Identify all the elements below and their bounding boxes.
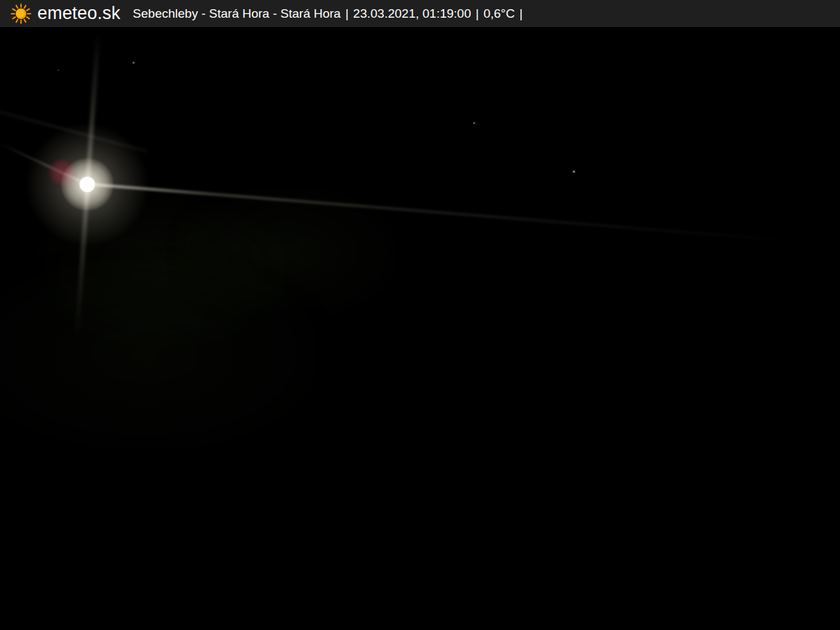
tree-silhouette-3 [0,262,315,446]
separator: | [519,7,522,21]
separator: | [476,7,479,21]
webcam-image [0,0,840,630]
temperature-label: 0,6°C [484,7,515,21]
sun-logo-icon [10,3,32,24]
location-label: Sebechleby - Stará Hora - Stará Hora [133,7,341,21]
station-info: Sebechleby - Stará Hora - Stará Hora | 2… [133,7,522,21]
star-1 [133,62,135,64]
moon-light [79,177,95,192]
star-2 [58,70,59,71]
star-4 [573,171,575,173]
datetime-label: 23.03.2021, 01:19:00 [353,7,471,21]
site-name: emeteo.sk [37,0,120,27]
separator: | [345,7,348,21]
header-bar: emeteo.sk Sebechleby - Stará Hora - Star… [0,0,840,27]
star-3 [473,122,475,124]
webcam-page: emeteo.sk Sebechleby - Stará Hora - Star… [0,0,840,630]
